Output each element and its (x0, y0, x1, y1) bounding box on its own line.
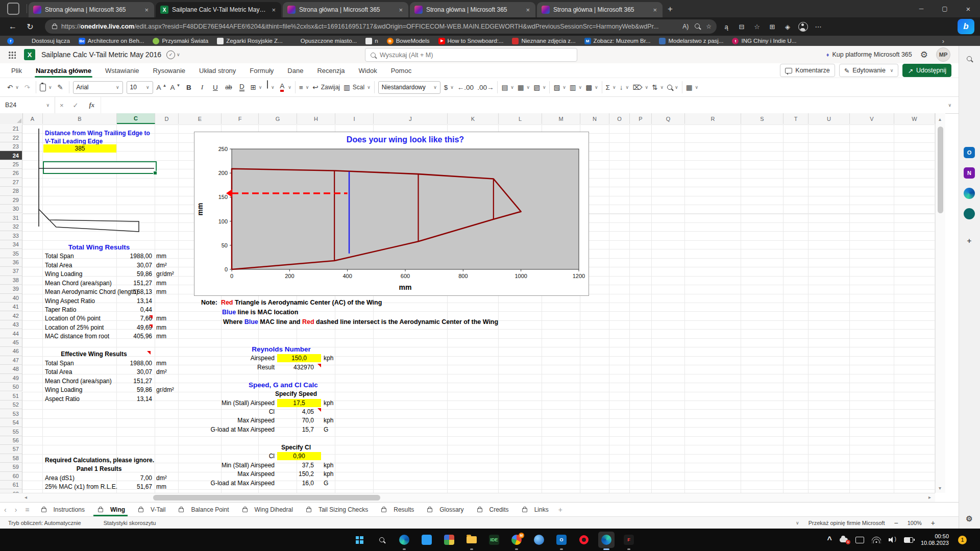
row-header-49[interactable]: 49 (0, 374, 22, 383)
row-header-48[interactable]: 48 (0, 365, 22, 373)
clear-button[interactable]: ⌦∨ (633, 81, 649, 94)
rewards-icon[interactable]: ◈ (780, 19, 795, 34)
cell-value[interactable]: 30,07 (101, 261, 152, 269)
outlook-app[interactable]: O (553, 532, 570, 548)
bookmark-item[interactable]: Dostosuj łącza (22, 38, 70, 44)
cell-value[interactable]: 37,5 (270, 461, 314, 469)
sheet-grid[interactable]: 2122232425262728293031323334353637383940… (0, 124, 935, 493)
row-header-59[interactable]: 59 (0, 463, 22, 471)
row-header-28[interactable]: 28 (0, 187, 22, 195)
underline-button[interactable]: U (210, 81, 220, 94)
select-all-corner[interactable] (0, 113, 23, 124)
scroll-down-icon[interactable]: ▾ (939, 485, 941, 491)
row-header-53[interactable]: 53 (0, 409, 22, 418)
cell-value[interactable]: 151,27 (101, 279, 152, 287)
row-header-25[interactable]: 25 (0, 160, 22, 169)
buy-microsoft365-button[interactable]: ♦ Kup platformę Microsoft 365 (826, 51, 912, 58)
sheet-tab-tail-sizing-checks[interactable]: Tail Sizing Checks (299, 503, 374, 516)
column-header-D[interactable]: D (155, 113, 179, 124)
ide-app[interactable]: IDE (486, 532, 502, 548)
decrease-decimal-button[interactable]: .00→ (477, 81, 494, 94)
row-header-31[interactable]: 31 (0, 214, 22, 222)
sort-filter-button[interactable]: ⇅∨ (652, 81, 664, 94)
notification-badge[interactable]: 1 (958, 536, 967, 544)
vertical-scrollbar[interactable]: ▴ ▾ (935, 113, 945, 493)
cell-text[interactable]: Result (179, 363, 275, 371)
input-cell-min-stall-airspeed[interactable]: 17,5 (277, 399, 321, 407)
sidebar-search-icon[interactable] (964, 53, 975, 64)
favorites-bar-icon[interactable]: ☆ (749, 19, 765, 34)
cell-text[interactable]: Min (Stall) Airspeed (179, 461, 275, 469)
horizontal-scroll-thumb[interactable] (153, 495, 380, 500)
row-header-54[interactable]: 54 (0, 418, 22, 427)
cell-unit[interactable]: G (324, 479, 328, 487)
section-title-total-wing[interactable]: Total Wing Results (43, 243, 155, 252)
wifi-icon[interactable] (872, 537, 881, 543)
sheet-tab-instructions[interactable]: Instructions (34, 503, 90, 516)
bookmark-item[interactable]: f (7, 38, 14, 44)
ribbon-tab-widok[interactable]: Widok (359, 63, 377, 78)
selection-fill-handle[interactable] (153, 171, 157, 175)
row-header-47[interactable]: 47 (0, 356, 22, 365)
row-header-24[interactable]: 24 (0, 151, 22, 160)
horizontal-scrollbar[interactable]: ◂ ▸ (0, 493, 935, 502)
sheet-list-menu-icon[interactable]: ≡ (25, 506, 29, 514)
battery-icon[interactable] (904, 537, 913, 543)
tab-close-icon[interactable]: × (525, 6, 531, 14)
subheader-specify-cl[interactable]: Specify Cl (255, 443, 337, 452)
cell-unit[interactable]: G (324, 425, 328, 434)
back-button[interactable]: ← (4, 22, 21, 31)
zoom-level[interactable]: 100% (908, 520, 922, 526)
row-header-61[interactable]: 61 (0, 481, 22, 489)
bookmark-item[interactable]: How to Snowboard:... (438, 38, 504, 44)
cell-unit[interactable]: dm² (156, 474, 167, 482)
column-header-H[interactable]: H (297, 113, 335, 124)
cell-text[interactable]: G-load at Max Airspeed (179, 425, 275, 434)
maximize-button[interactable]: ▢ (933, 0, 957, 17)
search-sidebar-icon[interactable] (695, 23, 700, 30)
column-header-A[interactable]: A (22, 113, 43, 124)
browser-tab[interactable]: Strona główna | Microsoft 365× (410, 2, 535, 17)
cell-unit[interactable]: kph (324, 461, 333, 469)
browser-tab[interactable]: Strona główna | Microsoft 365× (537, 2, 663, 17)
tab-close-icon[interactable]: × (398, 6, 404, 14)
insert-cells-button[interactable]: ▧∨ (553, 81, 566, 94)
formula-bar-expand-icon[interactable]: ∨ (948, 103, 951, 108)
ribbon-tab-dane[interactable]: Dane (287, 63, 303, 78)
column-header-K[interactable]: K (448, 113, 499, 124)
row-header-43[interactable]: 43 (0, 320, 22, 329)
scroll-right-icon[interactable]: ▸ (928, 494, 931, 500)
sidebar-settings-icon[interactable]: ⚙ (964, 513, 975, 524)
start-button[interactable] (351, 532, 368, 548)
bookmark-item[interactable]: BeArchitecture on Beh... (79, 38, 144, 44)
workbook-stats-button[interactable]: Statystyki skoroszytu (104, 520, 156, 526)
column-header-S[interactable]: S (741, 113, 783, 124)
column-header-W[interactable]: W (894, 113, 935, 124)
column-header-E[interactable]: E (179, 113, 222, 124)
bookmark-item[interactable]: Opuszczone miasto... (291, 38, 357, 44)
name-box[interactable]: B24∨ (0, 97, 55, 113)
redo-button[interactable]: ↷ (22, 81, 32, 94)
format-cells-button[interactable]: ▩∨ (585, 81, 598, 94)
cell-value[interactable]: 51,67 (101, 483, 152, 491)
cell-unit[interactable]: gr/dm² (156, 270, 174, 278)
cell-text[interactable]: Aspect Ratio (45, 395, 80, 403)
cell-unit[interactable]: kph (324, 416, 333, 424)
row-header-55[interactable]: 55 (0, 427, 22, 436)
row-header-46[interactable]: 46 (0, 347, 22, 356)
read-aloud-icon[interactable]: A) (682, 23, 689, 30)
wing-planform-chart[interactable]: Does your wing look like this?0200400600… (194, 132, 589, 296)
input-cell-cl[interactable]: 0,90 (277, 452, 321, 460)
onenote-icon[interactable]: N (964, 167, 975, 179)
profile-avatar-icon[interactable] (795, 19, 811, 34)
cell-text[interactable]: Cl (179, 452, 275, 460)
row-header-23[interactable]: 23 (0, 142, 22, 151)
section-title-reynolds[interactable]: Reynolds Number (233, 345, 330, 354)
sheet-tab-glossary[interactable]: Glossary (420, 503, 469, 516)
row-header-41[interactable]: 41 (0, 303, 22, 311)
file-explorer-app[interactable] (463, 532, 480, 548)
shrink-font-button[interactable]: A▼ (170, 81, 180, 94)
vertical-scroll-thumb[interactable] (938, 127, 943, 213)
delete-cells-button[interactable]: ▥∨ (570, 81, 582, 94)
ribbon-tab-rysowanie[interactable]: Rysowanie (153, 63, 186, 78)
